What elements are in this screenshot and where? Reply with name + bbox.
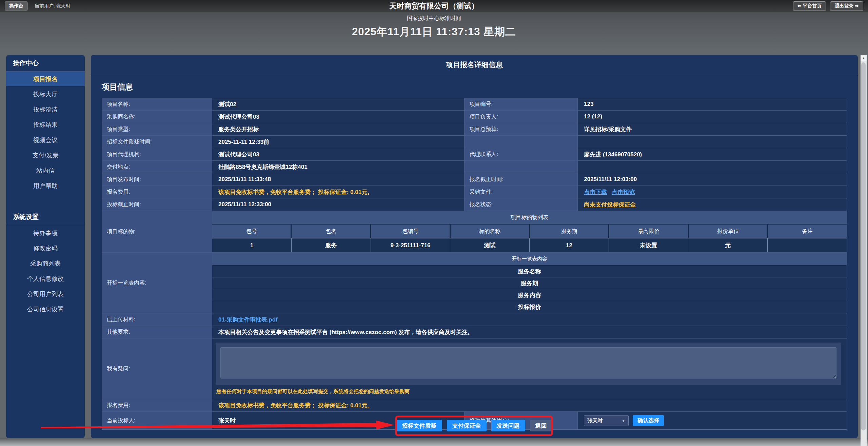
row-label: 报名费用: (102, 399, 212, 411)
sidebar-item-company-users[interactable]: 公司用户列表 (6, 286, 85, 302)
project-info-table: 项目名称: 测试02 项目编号: 123 采购商名称: 测试代理公司03 项目负… (102, 98, 847, 430)
vertical-scrollbar[interactable]: ▲ (861, 55, 867, 446)
empty-value (578, 136, 847, 148)
sidebar-item-pay-invoice[interactable]: 支付/发票 (6, 148, 85, 163)
sidebar-spacer (6, 193, 85, 209)
row-label: 代理联系人: (465, 148, 578, 160)
row-label: 项目负责人: (465, 111, 578, 123)
opening-list-row: 开标一览表内容: 开标一览表内容 服务名称 服务期 服务内容 投标报价 (102, 253, 847, 313)
sidebar-item-bid-result[interactable]: 投标结果 (6, 117, 85, 132)
sidebar-item-video-meeting[interactable]: 视频会议 (6, 132, 85, 148)
time-band: 国家授时中心标准时间 2025年11月11日 11:37:13 星期二 (0, 15, 868, 39)
table-row: 采购商名称: 测试代理公司03 项目负责人: 12 (12) (102, 111, 847, 123)
cell-price-unit: 元 (688, 238, 768, 252)
console-button[interactable]: 操作台 (5, 1, 28, 11)
col-header: 最高限价 (609, 225, 688, 238)
package-table-headers: 包号 包名 包编号 标的名称 服务期 最高限价 报价单位 备注 (212, 225, 847, 238)
sidebar: 操作中心 项目报名 投标大厅 投标澄清 投标结果 视频会议 支付/发票 站内信 … (6, 55, 85, 438)
cell-max-price: 未设置 (609, 238, 688, 252)
question-hint: 您有任何对于本项目的疑问都可以在此处填写提交，系统将会把您的问题发送给采购商 (212, 387, 847, 399)
time-source-label: 国家授时中心标准时间 (0, 15, 868, 22)
company-title: 天时商贸有限公司（测试） (0, 1, 868, 11)
bid-deadline-value: 2025/11/11 12:33:00 (212, 198, 465, 211)
uploaded-row: 已上传材料: 01-采购文件审批表.pdf (102, 313, 847, 326)
package-table-row: 1 服务 9-3-251111-716 测试 12 未设置 元 (212, 238, 847, 252)
sidebar-item-purchaser-list[interactable]: 采购商列表 (6, 256, 85, 271)
col-header: 包号 (212, 225, 291, 238)
sidebar-item-todo[interactable]: 待办事项 (6, 225, 85, 240)
sidebar-item-site-message[interactable]: 站内信 (6, 163, 85, 178)
scroll-up-icon[interactable]: ▲ (861, 55, 867, 61)
procurement-doc-links: 点击下载 点击预览 (578, 186, 847, 198)
package-table-title: 项目标的物列表 (212, 211, 847, 225)
fee-row: 报名费用: 该项目免收标书费，免收平台服务费； 投标保证金: 0.01元。 (102, 399, 847, 412)
row-label-empty (465, 136, 578, 148)
preview-link[interactable]: 点击预览 (612, 188, 635, 196)
project-name-value: 测试02 (212, 98, 465, 110)
question-box (216, 343, 841, 385)
logout-button[interactable]: 退出登录 ⇨ (830, 1, 863, 11)
sidebar-item-project-signup[interactable]: 项目报名 (6, 71, 85, 86)
col-header: 报价单位 (689, 225, 767, 238)
col-header: 备注 (768, 225, 847, 238)
publish-time-value: 2025/11/11 11:33:48 (212, 173, 465, 186)
sidebar-item-bid-clarify[interactable]: 投标澄清 (6, 102, 85, 117)
sidebar-item-change-password[interactable]: 修改密码 (6, 240, 85, 256)
row-label: 采购文件: (465, 186, 578, 198)
row-label: 交付地点: (102, 161, 212, 173)
opening-list-title: 开标一览表内容 (212, 253, 847, 266)
sidebar-section-settings: 系统设置 (6, 209, 85, 225)
doc-challenge-button[interactable]: 招标文件质疑 (397, 420, 442, 431)
scrollbar-thumb[interactable] (861, 62, 866, 430)
row-label: 报名截止时间: (465, 173, 578, 186)
question-cell: 您有任何对于本项目的疑问都可以在此处填写提交，系统将会把您的问题发送给采购商 (212, 338, 847, 399)
sidebar-item-profile-edit[interactable]: 个人信息修改 (6, 271, 85, 286)
empty-value (578, 161, 847, 173)
opening-item: 服务内容 (212, 289, 847, 301)
signup-deadline-value: 2025/11/11 12:03:00 (578, 173, 847, 186)
send-question-button[interactable]: 发送问题 (491, 420, 525, 431)
other-req-value: 本项目相关公告及变更事项在招采测试平台 (https://www.cszoc.c… (212, 326, 847, 338)
package-table: 项目标的物列表 包号 包名 包编号 标的名称 服务期 最高限价 报价单位 备注 … (212, 211, 847, 252)
question-textarea[interactable] (220, 347, 836, 379)
page-title: 项目报名详细信息 (91, 55, 858, 74)
table-row: 项目类型: 服务类公开招标 项目总预算: 详见招标/采购文件 (102, 123, 847, 136)
opening-item: 投标报价 (212, 301, 847, 313)
row-label: 项目代理机构: (102, 148, 212, 160)
table-row: 项目发布时间: 2025/11/11 11:33:48 报名截止时间: 2025… (102, 173, 847, 186)
project-type-value: 服务类公开招标 (212, 123, 465, 135)
row-label: 已上传材料: (102, 313, 212, 326)
opening-item: 服务名称 (212, 266, 847, 277)
sidebar-item-company-settings[interactable]: 公司信息设置 (6, 302, 85, 317)
download-link[interactable]: 点击下载 (584, 188, 607, 196)
col-header: 包编号 (371, 225, 450, 238)
footer-actions: 招标文件质疑 支付保证金 发送问题 返回 (91, 420, 858, 431)
section-title-project-info: 项目信息 (91, 82, 858, 92)
row-label: 我有疑问: (102, 338, 212, 399)
row-label: 采购商名称: (102, 111, 212, 123)
opening-item: 服务期 (212, 277, 847, 289)
back-button[interactable]: 返回 (530, 420, 552, 431)
other-req-row: 其他要求: 本项目相关公告及变更事项在招采测试平台 (https://www.c… (102, 326, 847, 338)
cell-remark (768, 238, 847, 252)
uploaded-file-link[interactable]: 01-采购文件审批表.pdf (218, 316, 278, 324)
table-row: 项目名称: 测试02 项目编号: 123 (102, 98, 847, 111)
cell-subject-name: 测试 (450, 238, 530, 252)
row-label: 报名状态: (465, 198, 578, 211)
sidebar-item-user-help[interactable]: 用户帮助 (6, 178, 85, 193)
pay-deposit-button[interactable]: 支付保证金 (447, 420, 487, 431)
col-header: 标的名称 (451, 225, 529, 238)
delivery-address-value: 杜鹃路858号奥克斯缔壹城12栋401 (212, 161, 465, 173)
purchaser-name-value: 测试代理公司03 (212, 111, 465, 123)
sidebar-item-bid-hall[interactable]: 投标大厅 (6, 86, 85, 102)
table-row: 招标文件质疑时间: 2025-11-11 12:33前 (102, 136, 847, 148)
opening-list: 开标一览表内容 服务名称 服务期 服务内容 投标报价 (212, 253, 847, 313)
top-bar: 操作台 当前用户: 张天时 天时商贸有限公司（测试） ⇦ 平台首页 退出登录 ⇨ (0, 0, 868, 12)
platform-home-button[interactable]: ⇦ 平台首页 (793, 1, 826, 11)
table-row: 报名费用: 该项目免收标书费，免收平台服务费； 投标保证金: 0.01元。 采购… (102, 186, 847, 198)
col-header: 包名 (292, 225, 370, 238)
row-label: 其他要求: (102, 326, 212, 338)
main-panel: 项目报名详细信息 项目信息 项目名称: 测试02 项目编号: 123 采购商名称… (91, 55, 858, 438)
cell-package-code: 9-3-251111-716 (371, 238, 450, 252)
row-label: 报名费用: (102, 186, 212, 198)
